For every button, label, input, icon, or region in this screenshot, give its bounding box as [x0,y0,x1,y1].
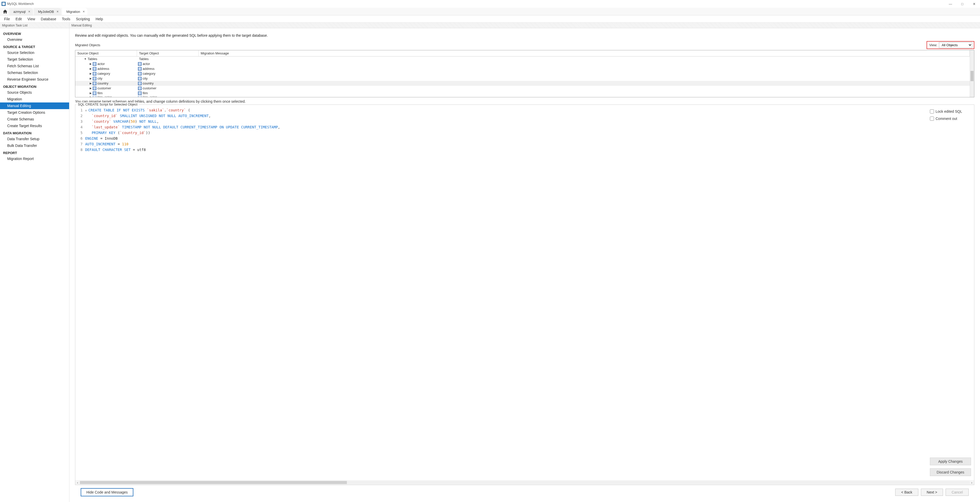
chevron-right-icon[interactable] [90,82,92,85]
table-icon [138,62,142,66]
hide-code-button[interactable]: Hide Code and Messages [81,488,134,496]
vertical-scrollbar[interactable] [970,50,974,97]
table-icon [93,62,96,66]
section-overview: OVERVIEW [0,30,69,36]
tab-label: MyJolieDB [38,10,54,14]
table-row[interactable]: actoractor [75,61,970,66]
chevron-right-icon[interactable] [90,67,92,70]
col-target-object[interactable]: Target Object [137,50,199,56]
task-data-transfer-setup[interactable]: Data Transfer Setup [0,136,69,142]
sidebar: Migration Task List OVERVIEW Overview SO… [0,22,69,502]
table-icon [138,77,142,80]
menu-view[interactable]: View [25,16,38,22]
minimize-button[interactable]: — [945,0,956,8]
table-icon [93,82,96,85]
tab-azmysql[interactable]: azmysql × [9,8,33,15]
task-reverse-engineer[interactable]: Reverse Engineer Source [0,76,69,83]
sql-gutter: 12345678 [75,106,85,479]
task-schemas-selection[interactable]: Schemas Selection [0,69,69,76]
horizontal-scrollbar[interactable]: ‹ › [75,480,974,485]
menubar: File Edit View Database Tools Scripting … [0,16,980,22]
titlebar: MySQL Workbench — □ ✕ [0,0,980,8]
section-report: REPORT [0,149,69,155]
task-migration-report[interactable]: Migration Report [0,155,69,162]
menu-tools[interactable]: Tools [59,16,73,22]
chevron-right-icon[interactable] [90,62,92,65]
objects-grid: Source Object Target Object Migration Me… [75,50,974,97]
tabbar: azmysql × MyJolieDB × Migration × [0,8,980,16]
close-icon[interactable]: × [28,10,30,14]
rename-hint: You can rename target schemas and tables… [75,99,974,103]
menu-database[interactable]: Database [38,16,59,22]
table-icon [138,67,142,71]
chevron-down-icon[interactable] [84,57,87,60]
view-select[interactable]: All Objects [939,42,972,48]
tab-migration[interactable]: Migration × [62,8,88,15]
home-tab[interactable] [1,8,9,15]
group-row-tables[interactable]: Tables Tables [75,57,970,61]
main-panel: Manual Editing Review and edit migrated … [69,22,980,502]
table-icon [93,67,96,71]
chevron-right-icon[interactable] [90,92,92,94]
table-row[interactable]: addressaddress [75,66,970,71]
task-overview[interactable]: Overview [0,36,69,43]
task-source-objects[interactable]: Source Objects [0,89,69,96]
tab-label: azmysql [13,10,26,14]
task-source-selection[interactable]: Source Selection [0,49,69,56]
task-create-schemas[interactable]: Create Schemas [0,116,69,122]
lock-sql-checkbox[interactable]: Lock edited SQL [930,110,972,113]
sql-editor[interactable]: 12345678 ⊖CREATE TABLE IF NOT EXISTS `sa… [75,106,928,479]
app-title: MySQL Workbench [7,2,33,6]
table-row[interactable]: citycity [75,76,970,81]
table-icon [93,87,96,90]
table-row[interactable]: film_actorfilm_actor [75,95,970,97]
chevron-right-icon[interactable] [90,95,92,97]
task-target-creation-options[interactable]: Target Creation Options [0,109,69,116]
col-migration-message[interactable]: Migration Message [199,50,970,56]
table-row[interactable]: countrycountry [75,81,970,86]
apply-changes-button[interactable]: Apply Changes [930,458,971,465]
instructions-text: Review and edit migrated objects. You ca… [75,33,974,38]
menu-edit[interactable]: Edit [13,16,24,22]
task-create-target-results[interactable]: Create Target Results [0,122,69,129]
task-migration[interactable]: Migration [0,96,69,102]
chevron-right-icon[interactable] [90,72,92,75]
sql-code[interactable]: ⊖CREATE TABLE IF NOT EXISTS `sakila`.`co… [85,106,280,479]
chevron-right-icon[interactable] [90,87,92,90]
cancel-button[interactable]: Cancel [945,489,969,496]
task-fetch-schemas[interactable]: Fetch Schemas List [0,63,69,69]
chevron-right-icon[interactable] [90,77,92,80]
sql-frame-title: SQL CREATE Script for Selected Object [76,102,139,106]
table-icon [138,91,142,95]
close-icon[interactable]: × [57,10,59,14]
discard-changes-button[interactable]: Discard Changes [930,469,971,476]
app-icon [2,2,6,6]
task-bulk-data-transfer[interactable]: Bulk Data Transfer [0,142,69,149]
close-button[interactable]: ✕ [968,0,980,8]
table-row[interactable]: filmfilm [75,91,970,95]
menu-file[interactable]: File [2,16,13,22]
view-filter-block: View: All Objects [927,41,974,49]
tab-label: Migration [66,10,80,14]
main-header: Manual Editing [69,22,980,28]
section-data-migration: DATA MIGRATION [0,129,69,136]
comment-out-checkbox[interactable]: Comment out [930,117,972,121]
task-target-selection[interactable]: Target Selection [0,56,69,63]
table-icon [138,95,142,97]
table-icon [93,95,96,97]
table-icon [138,87,142,90]
maximize-button[interactable]: □ [956,0,968,8]
col-source-object[interactable]: Source Object [75,50,137,56]
menu-scripting[interactable]: Scripting [73,16,92,22]
back-button[interactable]: < Back [895,489,918,496]
next-button[interactable]: Next > [921,489,943,496]
task-manual-editing[interactable]: Manual Editing [0,102,69,109]
table-row[interactable]: customercustomer [75,86,970,91]
task-list: OVERVIEW Overview SOURCE & TARGET Source… [0,28,69,164]
table-row[interactable]: categorycategory [75,71,970,76]
tab-myjoliedb[interactable]: MyJolieDB × [34,8,61,15]
close-icon[interactable]: × [83,10,85,14]
table-icon [138,82,142,85]
migrated-objects-label: Migrated Objects [75,43,100,47]
menu-help[interactable]: Help [93,16,106,22]
